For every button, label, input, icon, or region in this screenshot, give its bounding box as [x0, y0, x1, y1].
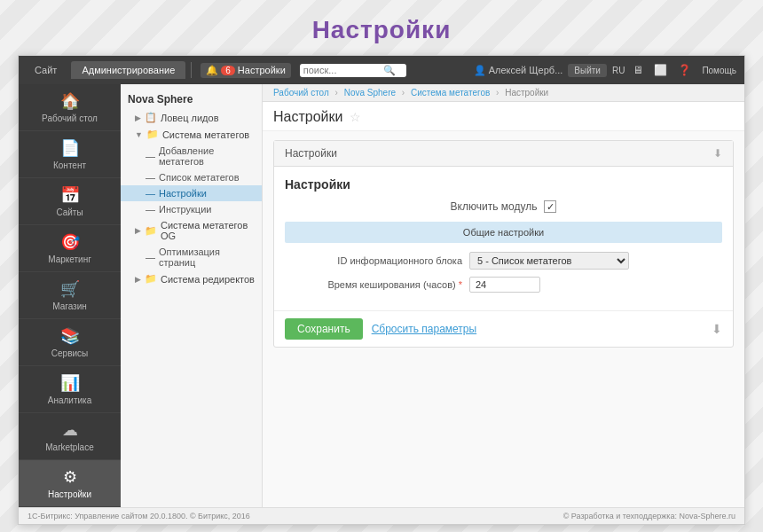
help-label[interactable]: Помощь: [699, 66, 739, 75]
page-title: Настройки: [273, 109, 342, 125]
breadcrumb-nova[interactable]: Nova Sphere: [344, 88, 396, 98]
footer: 1С-Битрикс: Управление сайтом 20.0.1800.…: [19, 507, 744, 524]
exit-button[interactable]: Выйти: [568, 64, 607, 77]
cache-input[interactable]: [469, 277, 540, 293]
dash-icon-add-meta: —: [146, 151, 155, 161]
monitor-icon[interactable]: 🖥: [630, 64, 646, 76]
user-name: Алексей Щерб...: [489, 65, 563, 75]
general-settings-header: Общие настройки: [285, 222, 722, 243]
expand-icon-redirects: ▶: [135, 275, 141, 284]
language-selector[interactable]: RU: [612, 66, 625, 75]
sidebar-label-analytics: Аналитика: [48, 395, 92, 405]
analytics-icon: 📊: [60, 373, 80, 393]
nav-sub-list-meta[interactable]: — Список метатегов: [121, 169, 262, 185]
breadcrumb-sep-1: ›: [335, 88, 338, 98]
home-icon: 🏠: [60, 91, 80, 111]
shop-icon: 🛒: [60, 279, 80, 299]
breadcrumb-current: Настройки: [505, 88, 548, 98]
nav-item-meta-og[interactable]: ▶ 📁 Система метатегов OG: [121, 217, 262, 244]
notifications-label: Настройки: [238, 65, 286, 75]
sidebar-item-services[interactable]: 📚 Сервисы: [19, 319, 121, 366]
nav-icon-meta: 📁: [146, 129, 159, 140]
bell-icon: 🔔: [206, 65, 218, 76]
sidebar-item-marketplace[interactable]: ☁ Marketplace: [19, 413, 121, 460]
settings-inner-title: Настройки: [285, 177, 722, 192]
page-big-title-area: Настройки: [0, 0, 763, 55]
content-icon: 📄: [60, 138, 80, 158]
sidebar-item-content[interactable]: 📄 Контент: [19, 131, 121, 178]
breadcrumb-home[interactable]: Рабочий стол: [273, 88, 329, 98]
sidebar-item-settings[interactable]: ⚙ Настройки: [19, 460, 121, 507]
nav-tree: Nova Sphere ▶ 📋 Ловец лидов ▼ 📁 Система …: [121, 84, 263, 507]
sidebar-label-marketplace: Marketplace: [45, 442, 93, 452]
tab-site[interactable]: Сайт: [24, 61, 67, 79]
expand-icon-og: ▶: [135, 226, 141, 235]
panel-collapse-icon[interactable]: ⬇: [713, 147, 722, 160]
reset-button[interactable]: Сбросить параметры: [372, 323, 477, 335]
user-widget: 👤 Алексей Щерб...: [474, 65, 563, 76]
sidebar-label-shop: Магазин: [52, 301, 87, 311]
action-bar: Сохранить Сбросить параметры ⬇: [274, 310, 733, 347]
expand-icon-lovets: ▶: [135, 113, 141, 122]
required-asterisk: *: [459, 279, 462, 290]
enable-module-checkbox[interactable]: ✓: [544, 200, 556, 213]
marketplace-icon: ☁: [62, 420, 78, 440]
services-icon: 📚: [60, 326, 80, 346]
sites-icon: 📅: [60, 185, 80, 205]
search-icon: 🔍: [383, 65, 396, 76]
sidebar-item-analytics[interactable]: 📊 Аналитика: [19, 366, 121, 413]
main-window: Сайт Администрирование 🔔 6 Настройки 🔍 👤…: [18, 55, 745, 525]
window-icon[interactable]: ⬜: [651, 64, 670, 76]
form-row-info-block: ID информационного блока 5 - Список мета…: [285, 252, 722, 270]
info-block-select[interactable]: 5 - Список метатегов: [469, 252, 629, 270]
sidebar-item-home[interactable]: 🏠 Рабочий стол: [19, 84, 121, 131]
enable-module-row: Включить модуль ✓: [285, 200, 722, 213]
breadcrumb: Рабочий стол › Nova Sphere › Система мет…: [263, 84, 744, 102]
favorite-star-icon[interactable]: ☆: [350, 110, 361, 124]
sidebar-item-marketing[interactable]: 🎯 Маркетинг: [19, 225, 121, 272]
nav-sub-instructions[interactable]: — Инструкции: [121, 201, 262, 217]
sidebar-label-content: Контент: [53, 160, 86, 170]
nav-tree-title: Nova Sphere: [128, 93, 193, 106]
save-button[interactable]: Сохранить: [285, 318, 363, 340]
dash-icon-settings: —: [146, 188, 155, 199]
page-heading: Настройки ☆: [263, 102, 744, 131]
breadcrumb-sep-3: ›: [496, 88, 499, 98]
settings-panel-title: Настройки: [285, 147, 337, 160]
dash-icon-instructions: —: [146, 204, 155, 215]
nav-item-redirects[interactable]: ▶ 📁 Система редиректов: [121, 270, 262, 287]
notifications-widget[interactable]: 🔔 6 Настройки: [201, 63, 291, 78]
sidebar-item-shop[interactable]: 🛒 Магазин: [19, 272, 121, 319]
top-bar: Сайт Администрирование 🔔 6 Настройки 🔍 👤…: [19, 56, 744, 84]
settings-panel-header: Настройки ⬇: [274, 141, 733, 167]
content-area: 🏠 Рабочий стол 📄 Контент 📅 Сайты 🎯 Марке…: [19, 84, 744, 507]
settings-gear-icon: ⚙: [63, 467, 77, 487]
sidebar: 🏠 Рабочий стол 📄 Контент 📅 Сайты 🎯 Марке…: [19, 84, 121, 507]
notification-badge: 6: [221, 66, 235, 75]
nav-item-lovets[interactable]: ▶ 📋 Ловец лидов: [121, 109, 262, 126]
dash-icon-list-meta: —: [146, 172, 155, 183]
nav-sub-settings[interactable]: — Настройки: [121, 185, 262, 201]
sidebar-label-settings: Настройки: [48, 489, 91, 499]
breadcrumb-meta[interactable]: Система метатегов: [411, 88, 490, 98]
marketing-icon: 🎯: [60, 232, 80, 252]
question-icon[interactable]: ❓: [675, 64, 694, 76]
nav-item-meta[interactable]: ▼ 📁 Система метатегов: [121, 126, 262, 143]
sidebar-label-sites: Сайты: [56, 207, 83, 217]
expand-icon-meta: ▼: [135, 130, 143, 139]
topbar-right: 👤 Алексей Щерб... Выйти RU 🖥 ⬜ ❓ Помощь: [468, 64, 739, 77]
enable-module-label: Включить модуль: [451, 200, 538, 213]
footer-right: © Разработка и техподдержка: Nova-Sphere…: [563, 512, 735, 520]
nav-sub-optimize[interactable]: — Оптимизация страниц: [121, 244, 262, 270]
nav-icon-og: 📁: [145, 225, 157, 237]
search-input[interactable]: [303, 65, 383, 75]
settings-panel: Настройки ⬇ Настройки Включить модуль ✓ …: [273, 140, 734, 348]
footer-left: 1С-Битрикс: Управление сайтом 20.0.1800.…: [28, 512, 250, 520]
topbar-divider: [191, 62, 192, 78]
nav-icon-redirects: 📁: [145, 273, 157, 285]
sidebar-label-services: Сервисы: [51, 348, 88, 358]
nav-sub-add-meta[interactable]: — Добавление метатегов: [121, 143, 262, 169]
sidebar-item-sites[interactable]: 📅 Сайты: [19, 178, 121, 225]
settings-panel-body: Настройки Включить модуль ✓ Общие настро…: [274, 167, 733, 310]
tab-admin[interactable]: Администрирование: [71, 61, 185, 79]
